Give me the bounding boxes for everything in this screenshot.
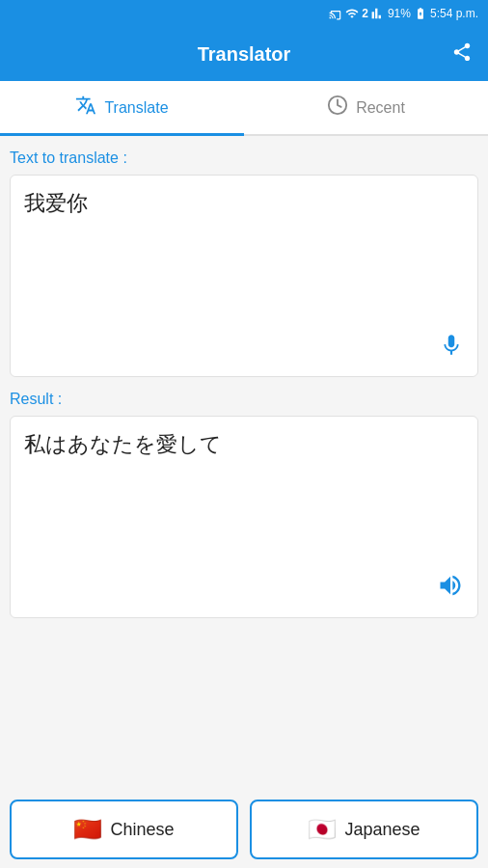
- result-section-label: Result :: [10, 391, 478, 408]
- tab-translate[interactable]: Translate: [0, 81, 244, 134]
- target-language-button[interactable]: 🇯🇵 Japanese: [250, 800, 478, 859]
- target-language-label: Japanese: [344, 820, 420, 840]
- source-language-label: Chinese: [110, 820, 174, 840]
- japanese-flag-icon: 🇯🇵: [308, 816, 337, 843]
- share-button[interactable]: [451, 41, 473, 68]
- time: 5:54 p.m.: [430, 7, 478, 20]
- result-box: 私はあなたを愛して: [10, 416, 478, 618]
- app-header: Translator: [0, 27, 488, 81]
- input-text[interactable]: 我爱你: [24, 189, 464, 219]
- tab-translate-label: Translate: [104, 99, 168, 117]
- result-text: 私はあなたを愛して: [24, 430, 464, 460]
- speaker-button[interactable]: [437, 572, 464, 606]
- main-content: Text to translate : 我爱你 Result : 私はあなたを愛…: [0, 136, 488, 786]
- status-bar: 2 91% 5:54 p.m.: [0, 0, 488, 27]
- chinese-flag-icon: 🇨🇳: [73, 816, 102, 843]
- input-section-label: Text to translate :: [10, 149, 478, 167]
- battery-level: 91%: [388, 7, 411, 20]
- source-language-button[interactable]: 🇨🇳 Chinese: [10, 800, 238, 859]
- tab-recent-label: Recent: [356, 99, 405, 117]
- tab-bar: Translate Recent: [0, 81, 488, 136]
- input-box[interactable]: 我爱你: [10, 175, 478, 377]
- language-selector-bar: 🇨🇳 Chinese 🇯🇵 Japanese: [0, 786, 488, 868]
- app-title: Translator: [198, 43, 291, 66]
- tab-recent[interactable]: Recent: [244, 81, 488, 134]
- recent-icon: [327, 95, 348, 121]
- mic-button[interactable]: [439, 333, 464, 365]
- translate-icon: [75, 95, 96, 121]
- status-icons: 2 91% 5:54 p.m.: [329, 7, 478, 20]
